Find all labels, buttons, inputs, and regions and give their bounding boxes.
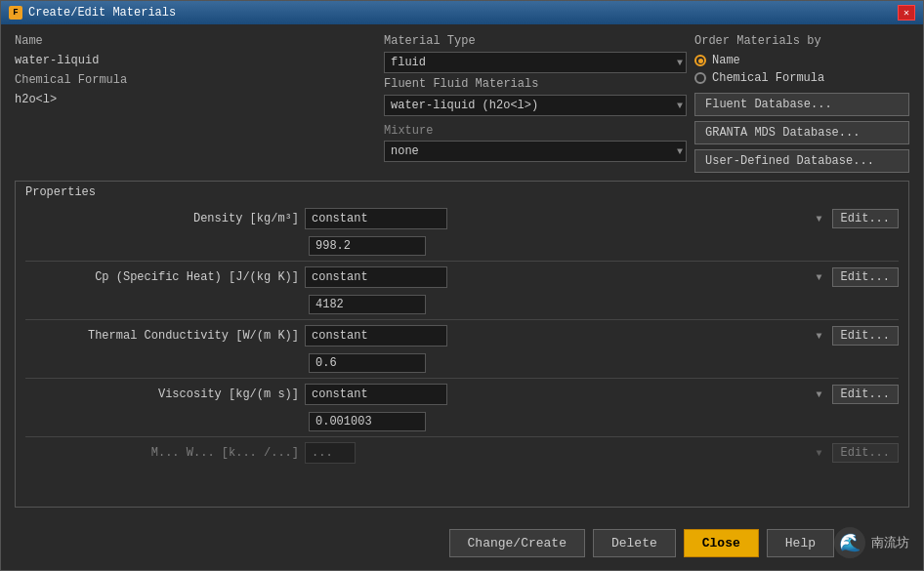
material-type-label: Material Type [384,34,687,48]
granta-db-button[interactable]: GRANTA MDS Database... [694,121,909,144]
thermal-row: Thermal Conductivity [W/(m K)] constant … [16,320,908,351]
radio-formula-label: Chemical Formula [712,71,824,85]
viscosity-method-select[interactable]: constant polynomial piecewise-linear [305,384,447,405]
material-type-select-wrapper: fluid solid mixture ▼ [384,52,687,73]
thermal-method-select[interactable]: constant polynomial piecewise-linear [305,325,447,347]
properties-header: Properties [16,182,908,203]
density-method-arrow-icon: ▼ [817,214,822,224]
close-dialog-button[interactable]: Close [684,529,759,557]
name-group: Name water-liquid Chemical Formula h2o<l… [15,34,376,173]
watermark-text: 南流坊 [871,534,909,551]
radio-group: Name Chemical Formula [694,54,909,85]
extra-control: ... ▼ Edit... [305,442,899,464]
density-control: constant polynomial piecewise-linear ▼ E… [305,208,899,229]
fluent-fluid-label: Fluent Fluid Materials [384,77,687,91]
properties-body[interactable]: Density [kg/m³] constant polynomial piec… [16,203,908,507]
density-value-input[interactable] [309,236,426,256]
db-buttons: Fluent Database... GRANTA MDS Database..… [694,93,909,173]
name-value: water-liquid [15,52,376,69]
cp-value-input[interactable] [309,295,426,314]
density-method-select[interactable]: constant polynomial piecewise-linear [305,208,447,229]
properties-section: Properties Density [kg/m³] constant poly… [15,181,909,508]
radio-name-inner [698,59,703,63]
main-content: Name water-liquid Chemical Formula h2o<l… [1,24,923,517]
density-row: Density [kg/m³] constant polynomial piec… [16,203,908,234]
fluent-fluid-select[interactable]: water-liquid (h2o<l>) [384,95,687,116]
watermark: 🌊 南流坊 [834,527,909,558]
viscosity-row: Viscosity [kg/(m s)] constant polynomial… [16,379,908,410]
cp-label: Cp (Specific Heat) [J/(kg K)] [25,270,299,284]
thermal-value-input[interactable] [309,353,426,373]
mixture-section: Mixture none ▼ [384,124,687,162]
mixture-label: Mixture [384,124,687,138]
material-type-select[interactable]: fluid solid mixture [384,52,687,73]
cp-method-select[interactable]: constant polynomial piecewise-linear [305,266,447,288]
radio-formula[interactable]: Chemical Formula [694,71,909,85]
viscosity-method-arrow-icon: ▼ [817,389,822,400]
cp-control: constant polynomial piecewise-linear ▼ E… [305,266,899,288]
density-edit-button[interactable]: Edit... [832,209,899,228]
cp-select-wrap: constant polynomial piecewise-linear ▼ [305,266,826,288]
density-value-row [16,234,908,261]
watermark-icon: 🌊 [834,527,865,558]
title-bar-left: F Create/Edit Materials [9,6,176,20]
density-label: Density [kg/m³] [25,212,299,225]
user-db-button[interactable]: User-Defined Database... [694,149,909,173]
chemical-formula-label: Chemical Formula [15,73,376,87]
close-button[interactable]: ✕ [898,5,915,20]
thermal-value-row [16,351,908,378]
fluent-db-button[interactable]: Fluent Database... [694,93,909,116]
bottom-bar: Change/Create Delete Close Help 🌊 南流坊 [1,517,923,570]
window-title: Create/Edit Materials [28,6,176,20]
cp-row: Cp (Specific Heat) [J/(kg K)] constant p… [16,262,908,293]
radio-formula-outer [694,72,706,84]
viscosity-select-wrap: constant polynomial piecewise-linear ▼ [305,384,826,405]
fluent-fluid-select-wrapper: water-liquid (h2o<l>) ▼ [384,95,687,116]
viscosity-value-input[interactable] [309,412,426,431]
name-label: Name [15,34,376,48]
delete-button[interactable]: Delete [593,529,676,557]
main-window: F Create/Edit Materials ✕ Name water-liq… [0,0,924,571]
radio-name-outer [694,55,706,66]
title-bar: F Create/Edit Materials ✕ [1,1,923,24]
top-section: Name water-liquid Chemical Formula h2o<l… [15,34,909,173]
thermal-control: constant polynomial piecewise-linear ▼ E… [305,325,899,347]
thermal-label: Thermal Conductivity [W/(m K)] [25,329,299,343]
order-label: Order Materials by [694,34,909,48]
extra-edit-button[interactable]: Edit... [832,443,899,463]
viscosity-edit-button[interactable]: Edit... [832,385,899,404]
extra-select-wrap: ... ▼ [305,442,826,464]
mixture-select-wrapper: none ▼ [384,141,687,162]
density-select-wrap: constant polynomial piecewise-linear ▼ [305,208,826,229]
extra-method-select[interactable]: ... [305,442,356,464]
thermal-select-wrap: constant polynomial piecewise-linear ▼ [305,325,826,347]
viscosity-value-row [16,410,908,436]
viscosity-label: Viscosity [kg/(m s)] [25,387,299,401]
viscosity-control: constant polynomial piecewise-linear ▼ E… [305,384,899,405]
cp-value-row [16,293,908,319]
help-button[interactable]: Help [767,529,834,557]
cp-method-arrow-icon: ▼ [817,272,822,283]
chemical-formula-value: h2o<l> [15,91,376,108]
extra-row: M... W... [k... /...] ... ▼ Edit... [16,437,908,469]
bottom-buttons: Change/Create Delete Close Help [449,529,834,557]
thermal-edit-button[interactable]: Edit... [832,326,899,346]
mixture-select[interactable]: none [384,141,687,162]
radio-name-label: Name [712,54,740,67]
material-type-group: Material Type fluid solid mixture ▼ Flue… [384,34,687,173]
extra-label: M... W... [k... /...] [25,446,299,460]
change-create-button[interactable]: Change/Create [449,529,585,557]
thermal-method-arrow-icon: ▼ [817,331,822,342]
extra-method-arrow-icon: ▼ [817,448,822,459]
app-icon: F [9,6,22,20]
radio-name[interactable]: Name [694,54,909,67]
cp-edit-button[interactable]: Edit... [832,267,899,287]
order-section: Order Materials by Name Chemical Formula [694,34,909,173]
